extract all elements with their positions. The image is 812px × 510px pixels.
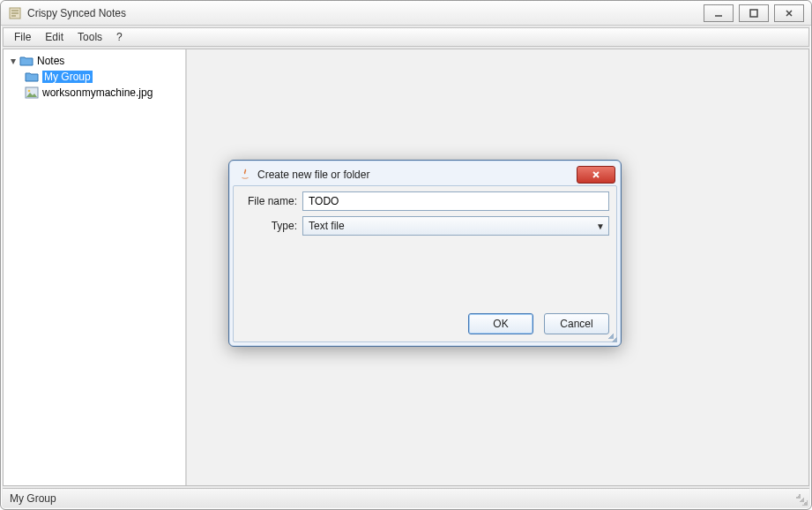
tree-item-label: worksonmymachine.jpg: [42, 86, 153, 99]
menu-edit[interactable]: Edit: [40, 29, 69, 45]
menu-help[interactable]: ?: [111, 29, 128, 45]
cancel-button[interactable]: Cancel: [544, 313, 609, 334]
type-label: Type:: [241, 220, 297, 232]
menu-tools[interactable]: Tools: [72, 29, 108, 45]
image-icon: [25, 86, 39, 100]
tree-item-file[interactable]: worksonmymachine.jpg: [5, 85, 183, 101]
resize-grip-icon[interactable]: [795, 493, 808, 506]
dialog-body: File name: Type: Text file ▼ OK Cancel: [233, 185, 617, 342]
resize-grip-icon[interactable]: [603, 328, 617, 342]
titlebar[interactable]: Crispy Synced Notes: [1, 1, 811, 26]
tree-root-label: Notes: [37, 55, 64, 67]
window-controls: [704, 4, 804, 22]
menubar: File Edit Tools ?: [3, 27, 809, 47]
statusbar: My Group: [3, 488, 809, 507]
dialog-close-button[interactable]: [577, 166, 615, 184]
app-window: Crispy Synced Notes File Edit Tools ? ▾ …: [0, 0, 812, 510]
filename-label: File name:: [241, 195, 297, 207]
dialog-title: Create new file or folder: [257, 169, 369, 181]
collapse-icon[interactable]: ▾: [9, 55, 18, 67]
tree-root[interactable]: ▾ Notes: [5, 53, 183, 69]
folder-icon: [25, 70, 39, 84]
type-value: Text file: [309, 220, 345, 232]
type-select[interactable]: Text file ▼: [302, 216, 609, 236]
maximize-button[interactable]: [739, 4, 769, 22]
window-title: Crispy Synced Notes: [27, 7, 126, 19]
minimize-button[interactable]: [704, 4, 734, 22]
app-icon: [8, 6, 22, 20]
ok-button[interactable]: OK: [468, 313, 533, 334]
menu-file[interactable]: File: [9, 29, 36, 45]
svg-point-4: [28, 90, 31, 93]
java-icon: [238, 168, 252, 182]
dialog-titlebar[interactable]: Create new file or folder: [233, 164, 617, 185]
svg-rect-2: [750, 10, 757, 17]
close-button[interactable]: [774, 4, 804, 22]
folder-icon: [19, 54, 34, 68]
status-text: My Group: [10, 492, 56, 505]
chevron-down-icon: ▼: [596, 221, 605, 231]
tree-item-label: My Group: [42, 71, 93, 83]
create-dialog: Create new file or folder File name: Typ…: [228, 160, 622, 347]
filename-input[interactable]: [302, 191, 609, 211]
tree-panel[interactable]: ▾ Notes My Group worksonmymachine.jpg: [4, 49, 187, 485]
tree-item-folder[interactable]: My Group: [5, 69, 183, 85]
